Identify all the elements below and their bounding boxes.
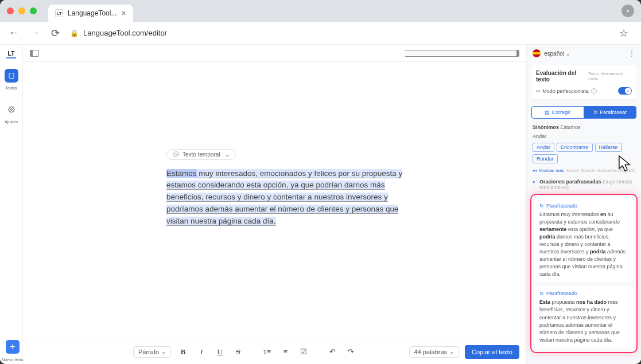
- temp-text-chip[interactable]: Texto temporal: [166, 149, 236, 160]
- app-logo: LT: [6, 49, 16, 58]
- synonym-chip[interactable]: Andar: [533, 143, 554, 152]
- underline-button[interactable]: U: [213, 346, 226, 358]
- perfectionist-label: Modo perfeccionista: [542, 88, 589, 94]
- document-text[interactable]: Estamos muy interesados, emocionados y f…: [166, 168, 413, 228]
- bullet-list-button[interactable]: ≡: [279, 346, 292, 358]
- svg-rect-0: [9, 73, 14, 79]
- window-close[interactable]: [7, 7, 14, 14]
- synonym-chip[interactable]: Hallarse: [595, 143, 622, 152]
- paragraph-text[interactable]: muy interesados, emocionados y felices p…: [166, 169, 402, 226]
- synonym-chips: Andar Encontrarse Hallarse Rondar: [527, 140, 641, 166]
- sidebar-menu-icon[interactable]: ⋮: [628, 49, 635, 57]
- bottom-toolbar: Párrafo B I U S 1≡ ≡ ☑ ↶ ↷ 44 palabras C…: [23, 339, 526, 364]
- synonym-chip[interactable]: Rondar: [533, 154, 558, 163]
- browser-tab[interactable]: LT LanguageTool... ×: [48, 5, 133, 22]
- bookmark-star-icon[interactable]: ☆: [619, 27, 628, 40]
- evaluation-note: Texto demasiado corto: [588, 71, 632, 81]
- bold-button[interactable]: B: [177, 346, 189, 358]
- tab-favicon: LT: [55, 9, 63, 17]
- paraphrased-sentences-header: Oraciones parafraseadas (sugerencias med…: [527, 175, 641, 191]
- paraphrase-button[interactable]: ↻ Parafrasear: [584, 106, 637, 119]
- editor-area[interactable]: Texto temporal Estamos muy interesados, …: [23, 62, 526, 339]
- italic-button[interactable]: I: [195, 346, 208, 358]
- synonyms-header: Sinónimos Estamos: [527, 122, 641, 132]
- window-titlebar: LT LanguageTool... × ▾: [0, 0, 641, 22]
- redo-button[interactable]: ↷: [344, 346, 357, 358]
- paragraph-style-select[interactable]: Párrafo: [133, 346, 171, 358]
- new-text-fab[interactable]: +: [6, 340, 20, 354]
- selected-word[interactable]: Estamos: [166, 169, 197, 178]
- synonym-group-label: Andar: [527, 132, 641, 140]
- checklist-button[interactable]: ☑: [297, 346, 310, 358]
- window-minimize[interactable]: [18, 7, 25, 14]
- address-bar: ← → ⟳ 🔒 LanguageTool.com/editor ☆: [0, 22, 641, 45]
- url-text: LanguageTool.com/editor: [83, 29, 167, 37]
- undo-button[interactable]: ↶: [326, 346, 339, 358]
- rail-ajustes-button[interactable]: [5, 103, 18, 116]
- nav-back-icon[interactable]: ←: [8, 27, 20, 39]
- synonym-chip[interactable]: Encontrarse: [557, 143, 593, 152]
- paraphrase-card[interactable]: Parafraseado Esta propuesta nos ha dado …: [535, 286, 633, 348]
- paraphrase-text: Esta propuesta nos ha dado más beneficio…: [539, 299, 628, 343]
- copy-text-button[interactable]: Copiar el texto: [465, 345, 519, 359]
- perfectionist-toggle[interactable]: [618, 87, 632, 95]
- numbered-list-button[interactable]: 1≡: [261, 346, 273, 358]
- window-maximize[interactable]: [30, 7, 37, 14]
- svg-point-1: [10, 109, 12, 111]
- rail-ajustes-label: Ajustes: [5, 120, 18, 124]
- source-label: Source: Spanish dictionaries (RLA-ES): [566, 169, 635, 173]
- new-text-label: Nuevo texto: [1, 358, 24, 362]
- rail-textos-label: Textos: [5, 86, 17, 90]
- show-more-link[interactable]: ••• Mostrar más: [533, 168, 564, 173]
- info-icon[interactable]: i: [591, 88, 597, 94]
- paraphrase-tag: Parafraseado: [539, 291, 628, 296]
- word-count[interactable]: 44 palabras: [409, 346, 460, 358]
- paraphrase-text: Estamos muy interesados en su propuesta …: [539, 211, 628, 278]
- url-field[interactable]: 🔒 LanguageTool.com/editor: [70, 29, 610, 37]
- tab-close-icon[interactable]: ×: [121, 9, 126, 18]
- left-rail: LT Textos Ajustes: [0, 45, 23, 364]
- strike-button[interactable]: S: [232, 346, 244, 358]
- language-flag-icon: [533, 49, 541, 57]
- paraphrase-tag: Parafraseado: [539, 203, 628, 209]
- nav-forward-icon: →: [29, 27, 40, 39]
- toggle-right-panel-icon[interactable]: [405, 50, 519, 57]
- lock-icon: 🔒: [70, 29, 79, 37]
- paraphrase-card[interactable]: Parafraseado Estamos muy interesados en …: [535, 198, 633, 283]
- correct-button[interactable]: ▤ Corregir: [531, 106, 584, 119]
- rail-textos-button[interactable]: [5, 69, 18, 83]
- browser-menu-icon[interactable]: ▾: [621, 5, 634, 17]
- language-select[interactable]: español: [544, 50, 570, 57]
- evaluation-section: Evaluación del texto Texto demasiado cor…: [531, 65, 636, 99]
- right-sidebar: español ⋮ Evaluación del texto Texto dem…: [526, 45, 641, 364]
- nav-reload-icon[interactable]: ⟳: [49, 27, 61, 40]
- paraphrase-results-callout: Parafraseado Estamos muy interesados en …: [530, 194, 638, 353]
- tab-title: LanguageTool...: [68, 9, 116, 17]
- toggle-left-panel-icon[interactable]: [30, 50, 39, 57]
- evaluation-title: Evaluación del texto: [536, 70, 588, 83]
